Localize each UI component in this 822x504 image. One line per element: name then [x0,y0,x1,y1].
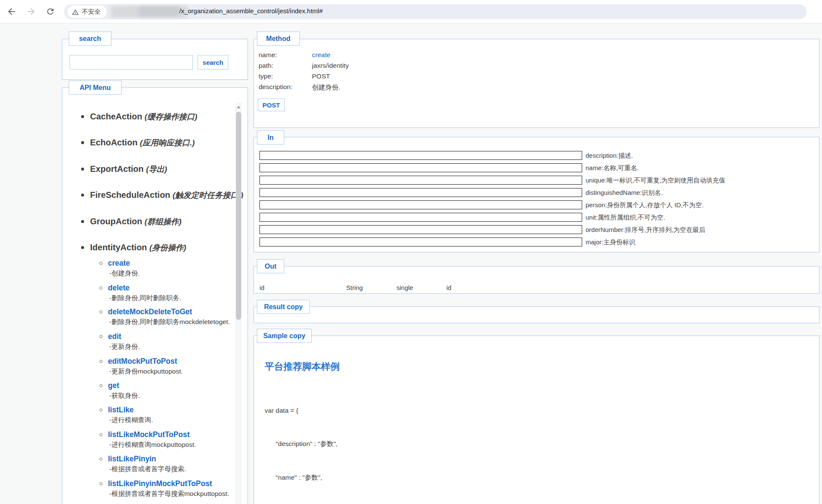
menu-item-listlikemockputtopost[interactable]: listLikeMockPutToPost [99,430,189,439]
sample-copy-legend: Sample copy [257,329,312,343]
group-desc: (群组操作) [145,217,181,226]
menu-scrollbar-thumb[interactable] [236,112,241,320]
bullet-icon [81,246,84,249]
circle-bullet-icon [99,310,102,313]
api-menu-legend: API Menu [69,81,122,95]
reload-icon[interactable] [44,5,57,18]
url-bar[interactable]: 不安全 /x_organization_assemble_control/jes… [64,4,807,19]
menu-item-deletemockdeletetoget-desc: -删除身份,同时删除职务mockdeletetoget. [109,318,230,327]
method-type-label: type: [259,72,273,80]
in-field-unique-label: unique:唯一标识,不可重复,为空则使用自动填充值 [586,177,726,185]
menu-item-get[interactable]: get [99,381,119,390]
circle-bullet-icon [99,408,102,411]
in-panel-legend: In [257,130,284,145]
in-field-ordernumber[interactable] [259,225,582,234]
method-link[interactable]: listLike [108,406,134,414]
post-button[interactable]: POST [258,98,285,111]
search-panel-legend: search [69,32,111,46]
circle-bullet-icon [99,458,102,461]
menu-item-edit-desc: -更新身份. [109,342,140,351]
group-name[interactable]: ExportAction [90,164,144,174]
menu-item-delete-desc: -删除身份,同时删除职务. [109,294,181,303]
menu-item-listlike[interactable]: listLike [99,406,134,414]
out-col-desc: id [446,284,452,291]
in-field-major-label: major:主身份标识 [586,238,635,246]
circle-bullet-icon [99,262,102,265]
in-field-major[interactable] [259,238,582,246]
sample-copy-legend-text: Sample copy [263,332,306,340]
out-panel [254,266,819,294]
method-path-label: path: [259,62,273,70]
menu-group-firescheduleaction[interactable]: FireScheduleAction (触发定时任务接口.) [81,190,243,200]
group-desc: (导出) [146,165,167,174]
menu-item-edit[interactable]: edit [99,332,121,341]
search-button[interactable]: search [198,55,228,70]
in-field-name-label: name:名称,可重名. [586,164,639,172]
menu-item-create[interactable]: create [99,259,130,268]
method-legend-text: Method [266,35,291,43]
menu-group-exportaction[interactable]: ExportAction (导出) [81,164,167,174]
in-field-distinguishedname[interactable] [259,188,582,197]
menu-item-editmockputtopost[interactable]: editMockPutToPost [99,357,177,366]
out-col-name: id [259,284,265,291]
bullet-icon [81,115,84,118]
sample-code-block: var data = { "description" : "参数", "name… [265,382,458,504]
method-link[interactable]: deleteMockDeleteToGet [108,307,192,316]
bullet-icon [81,194,84,197]
method-link[interactable]: create [108,259,130,267]
in-field-unit[interactable] [259,213,582,222]
circle-bullet-icon [99,360,102,363]
in-field-ordernumber-label: orderNumber:排序号,升序排列,为空在最后 [586,226,705,234]
circle-bullet-icon [99,482,102,485]
group-desc: (应用响应接口.) [140,138,195,147]
menu-group-groupaction[interactable]: GroupAction (群组操作) [81,216,181,227]
group-name[interactable]: GroupAction [90,217,142,226]
method-description-value: 创建身份. [312,83,340,92]
security-chip[interactable]: 不安全 [67,6,107,18]
method-link[interactable]: edit [108,332,121,341]
method-description-label: description: [259,83,292,91]
method-link[interactable]: listLikeMockPutToPost [108,430,189,439]
in-field-person[interactable] [259,200,582,209]
sample-script-title: 平台推荐脚本样例 [265,360,340,373]
browser-toolbar: 不安全 /x_organization_assemble_control/jes… [0,0,822,23]
menu-item-editmockputtopost-desc: -更新身份mockputtopost. [109,367,183,376]
circle-bullet-icon [99,384,102,387]
menu-item-deletemockdeletetoget[interactable]: deleteMockDeleteToGet [99,307,192,316]
method-link[interactable]: editMockPutToPost [108,357,177,365]
forward-icon[interactable] [25,5,38,18]
group-desc: (缓存操作接口) [145,112,197,121]
bullet-icon [81,141,84,144]
url-text: /x_organization_assemble_control/jest/in… [179,7,323,14]
in-field-unique[interactable] [259,176,582,185]
back-icon[interactable] [5,5,18,18]
method-link[interactable]: delete [108,284,130,292]
group-desc: (触发定时任务接口.) [172,191,243,200]
menu-item-create-desc: -创建身份. [109,269,140,278]
result-copy-legend: Result copy [257,300,310,314]
menu-group-echoaction[interactable]: EchoAction (应用响应接口.) [81,137,195,148]
group-name[interactable]: FireScheduleAction [90,190,170,200]
bullet-icon [81,168,84,171]
method-link[interactable]: listLikePinyinMockPutToPost [108,479,212,488]
menu-group-cacheaction[interactable]: CacheAction (缓存操作接口) [81,111,197,122]
menu-group-identityaction[interactable]: IdentityAction (身份操作) [81,242,186,253]
bullet-icon [81,220,84,223]
group-name[interactable]: IdentityAction [90,243,147,252]
scroll-up-icon[interactable] [236,103,241,110]
group-name[interactable]: EchoAction [90,138,137,147]
menu-item-delete[interactable]: delete [99,284,130,293]
in-field-name[interactable] [259,163,582,172]
search-input[interactable] [70,55,193,70]
method-name-value[interactable]: create [312,51,330,59]
search-panel-legend-text: search [79,35,101,43]
circle-bullet-icon [99,433,102,436]
menu-item-listlikepinyinmockputtopost[interactable]: listLikePinyinMockPutToPost [99,479,212,488]
method-link[interactable]: get [108,381,119,390]
method-link[interactable]: listLikePinyin [108,455,156,463]
group-name[interactable]: CacheAction [90,112,142,121]
out-legend-text: Out [265,263,277,270]
menu-item-listlikepinyin[interactable]: listLikePinyin [99,455,156,463]
browser-window: 不安全 /x_organization_assemble_control/jes… [0,0,822,504]
in-field-description[interactable] [259,151,582,160]
